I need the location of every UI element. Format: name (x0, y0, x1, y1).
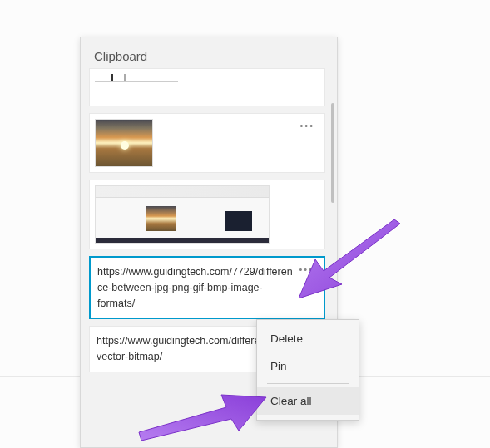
context-menu: Delete Pin Clear all (256, 319, 359, 421)
clip-text: https://www.guidingtech.com/7729/differe… (97, 264, 317, 311)
menu-item-clear-all[interactable]: Clear all (257, 387, 359, 415)
annotation-arrow (135, 382, 268, 441)
clipboard-item[interactable] (89, 68, 325, 106)
thumbnail-image (95, 119, 153, 167)
more-icon[interactable]: ••• (296, 119, 318, 132)
thumbnail-image (95, 74, 178, 82)
thumbnail-image (95, 185, 270, 244)
annotation-arrow (296, 219, 404, 303)
scrollbar-thumb[interactable] (331, 103, 334, 203)
menu-item-delete[interactable]: Delete (257, 325, 359, 352)
menu-divider (267, 383, 349, 384)
clipboard-item[interactable] (89, 180, 325, 249)
clipboard-item-selected[interactable]: ••• https://www.guidingtech.com/7729/dif… (89, 256, 325, 319)
clipboard-item[interactable]: ••• (89, 113, 325, 173)
menu-item-pin[interactable]: Pin (257, 352, 359, 380)
